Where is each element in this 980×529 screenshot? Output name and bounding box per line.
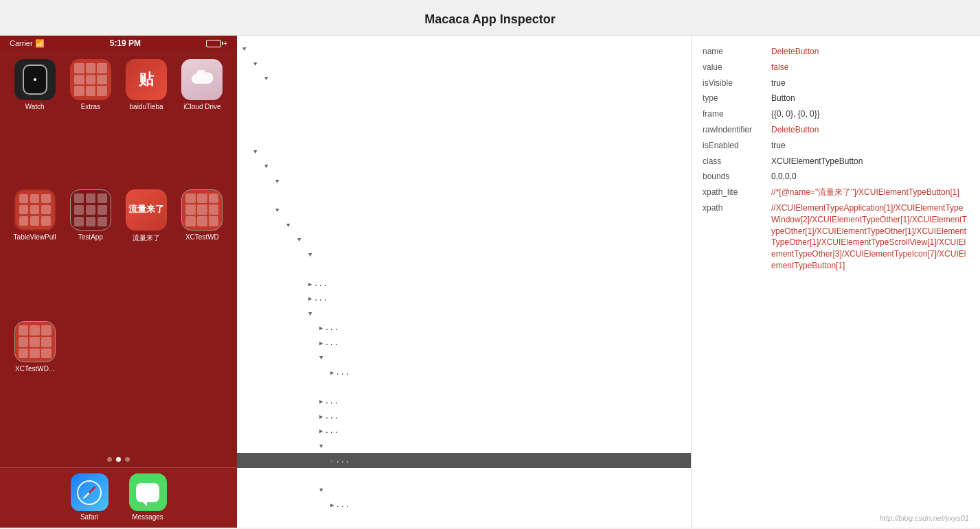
tableviewpull-icon (14, 189, 56, 231)
xml-node-27[interactable]: ▶... (237, 423, 691, 438)
prop-isenabled-key: isEnabled (703, 140, 771, 152)
app-tableviewpull[interactable]: TableViewPull (11, 189, 58, 314)
app-xctestwd2[interactable]: XCTestWD... (11, 321, 58, 443)
xml-node-31[interactable]: ▼ (237, 482, 691, 497)
xml-toggle-32[interactable]: ▶ (330, 502, 334, 509)
xml-toggle-14[interactable]: ▼ (297, 237, 301, 244)
xml-toggle-28[interactable]: ▼ (319, 443, 323, 450)
xml-toggle-15[interactable]: ▼ (308, 252, 312, 259)
properties-panel: name DeleteButton value false isVisible … (692, 36, 980, 528)
xml-node-25[interactable]: ▶... (237, 394, 691, 409)
xml-toggle-25[interactable]: ▶ (319, 399, 323, 405)
prop-frame-value: {{0, 0}, {0, 0}} (771, 108, 969, 120)
phone-screen: Carrier 📶 5:19 PM + Watch (0, 36, 237, 528)
xml-node-5[interactable] (237, 100, 691, 115)
xml-node-23[interactable]: ▶... (237, 365, 691, 380)
xml-toggle-20[interactable]: ▶ (319, 325, 323, 332)
safari-icon (71, 473, 109, 511)
xml-node-10[interactable]: ▼ (237, 174, 691, 189)
xml-toggle-29[interactable]: ▶ (330, 458, 334, 465)
xml-tree-panel[interactable]: ▼▼▼▼▼▼▼▼▼▼▶...▶...▼▶...▶...▼▶...▶...▶...… (237, 36, 692, 528)
xml-node-26[interactable]: ▶... (237, 409, 691, 424)
xml-node-8[interactable]: ▼ (237, 144, 691, 159)
xml-toggle-2[interactable]: ▼ (253, 61, 257, 68)
prop-value: value false (703, 60, 969, 75)
xml-toggle-31[interactable]: ▼ (319, 487, 323, 494)
dock-safari[interactable]: Safari (71, 473, 109, 521)
xml-toggle-21[interactable]: ▶ (319, 340, 323, 347)
status-bar: Carrier 📶 5:19 PM + (0, 36, 237, 51)
xml-node-21[interactable]: ▶... (237, 336, 691, 351)
prop-rawidentifier: rawIndentifier DeleteButton (703, 122, 969, 138)
xml-node-28[interactable]: ▼ (237, 438, 691, 454)
app-liuliang[interactable]: 流量来了 流量来了 (123, 189, 170, 314)
prop-type-value: Button (771, 93, 969, 104)
xml-toggle-10[interactable]: ▼ (275, 178, 279, 185)
watermark: http://blog.csdn.net/yxys01 (880, 514, 969, 522)
xml-node-19[interactable]: ▼ (237, 306, 691, 321)
xml-toggle-9[interactable]: ▼ (264, 163, 268, 170)
xctestwd-label: XCTestWD (185, 233, 219, 241)
app-baidutieba[interactable]: 贴 baiduTieba (123, 59, 170, 181)
xml-node-18[interactable]: ▶... (237, 291, 691, 306)
prop-bounds: bounds 0,0,0,0 (703, 169, 969, 185)
prop-xpath-lite-key: xpath_lite (703, 187, 771, 198)
xml-node-22[interactable]: ▼ (237, 350, 691, 365)
xml-toggle-18[interactable]: ▶ (308, 296, 312, 303)
messages-label: Messages (132, 513, 163, 521)
prop-bounds-key: bounds (703, 171, 771, 183)
xml-toggle-27[interactable]: ▶ (319, 428, 323, 435)
prop-isenabled-value: true (771, 140, 969, 152)
xml-node-30[interactable] (237, 468, 691, 482)
xml-node-4[interactable] (237, 86, 691, 100)
xml-toggle-1[interactable]: ▼ (242, 46, 246, 53)
xml-toggle-12[interactable]: ▼ (275, 207, 279, 214)
xml-node-32[interactable]: ▶... (237, 497, 691, 513)
xml-toggle-13[interactable]: ▼ (286, 222, 290, 229)
prop-rawidentifier-value: DeleteButton (771, 124, 969, 136)
prop-name: name DeleteButton (703, 44, 969, 60)
xml-node-20[interactable]: ▶... (237, 320, 691, 336)
page-title: Macaca App Inspector (0, 12, 980, 27)
watch-label: Watch (25, 103, 45, 110)
app-extras[interactable]: Extras (67, 59, 114, 181)
xml-node-2[interactable]: ▼ (237, 56, 691, 71)
xml-toggle-19[interactable]: ▼ (308, 311, 312, 318)
xml-node-16[interactable] (237, 261, 691, 276)
xml-toggle-26[interactable]: ▶ (319, 414, 323, 421)
prop-class: class XCUIElementTypeButton (703, 154, 969, 169)
tableviewpull-label: TableViewPull (14, 233, 56, 241)
xml-node-12[interactable]: ▼ (237, 202, 691, 218)
xml-node-11[interactable] (237, 188, 691, 202)
xml-node-7[interactable] (237, 129, 691, 143)
xml-node-17[interactable]: ▶... (237, 277, 691, 292)
app-testapp[interactable]: TestApp (67, 189, 114, 314)
dock-messages[interactable]: Messages (129, 473, 167, 521)
xml-toggle-23[interactable]: ▶ (330, 370, 334, 377)
xml-node-9[interactable]: ▼ (237, 158, 691, 174)
xml-toggle-17[interactable]: ▶ (308, 281, 312, 288)
xml-toggle-8[interactable]: ▼ (253, 149, 257, 156)
xml-node-29[interactable]: ▶... (237, 453, 691, 468)
xml-node-33[interactable] (237, 512, 691, 526)
app-watch[interactable]: Watch (11, 59, 58, 181)
app-xctestwd[interactable]: XCTestWD (179, 189, 226, 314)
prop-name-key: name (703, 46, 771, 58)
prop-type-key: type (703, 93, 771, 104)
xml-node-14[interactable]: ▼ (237, 232, 691, 247)
xml-node-34[interactable] (237, 526, 691, 528)
dot-2 (116, 457, 121, 462)
xml-toggle-3[interactable]: ▼ (264, 75, 268, 82)
xml-node-15[interactable]: ▼ (237, 247, 691, 262)
xml-node-6[interactable] (237, 115, 691, 129)
app-icloud[interactable]: iCloud Drive (179, 59, 226, 181)
extras-label: Extras (81, 103, 100, 110)
prop-isvisible-key: isVisible (703, 78, 771, 89)
xml-node-3[interactable]: ▼ (237, 71, 691, 86)
dock: Safari Messages (0, 467, 237, 528)
xml-node-1[interactable]: ▼ (237, 41, 691, 56)
xml-node-24[interactable] (237, 379, 691, 394)
xml-toggle-22[interactable]: ▼ (319, 355, 323, 362)
xml-node-13[interactable]: ▼ (237, 218, 691, 233)
liuliang-label: 流量来了 (133, 233, 160, 243)
